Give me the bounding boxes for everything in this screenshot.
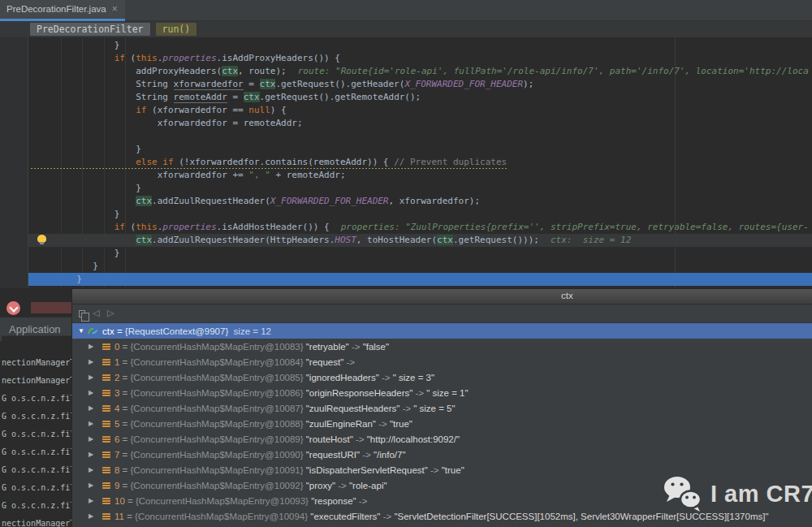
indent <box>39 248 114 258</box>
wechat-icon <box>662 475 704 512</box>
tab-predecorationfilter[interactable]: PreDecorationFilter.java × <box>0 0 125 21</box>
expander-icon[interactable]: ▶ <box>89 512 97 520</box>
entry-key: "zuulEngineRan" <box>306 419 376 429</box>
code-token: xforwardedfor += <box>158 170 249 180</box>
equals-sign: = <box>114 326 125 336</box>
code-line: if (this.properties.isAddHostHeader()) {… <box>28 221 812 234</box>
code-line: } <box>28 273 812 286</box>
equals-sign: = <box>119 404 130 413</box>
code-line: xforwardedfor = remoteAddr; <box>28 117 812 130</box>
arrow: -> <box>349 342 363 352</box>
code-token: , route); <box>238 66 287 76</box>
copy-value-icon[interactable] <box>79 310 85 317</box>
variable-row[interactable]: ▶7 = {ConcurrentHashMap$MapEntry@10090} … <box>72 447 812 462</box>
arrow: -> <box>376 419 390 429</box>
close-icon[interactable]: × <box>112 3 118 15</box>
entry-value: "true" <box>442 465 464 475</box>
code-line: if (this.properties.isAddProxyHeaders())… <box>28 52 812 65</box>
code-token: HOST <box>335 235 356 245</box>
popup-header[interactable]: ctx <box>72 289 812 305</box>
expander-icon[interactable]: ▶ <box>89 451 97 458</box>
variable-row-root[interactable]: ▼ctx = {RequestContext@9907} size = 12 <box>72 323 812 339</box>
highlighted-token: ctx <box>244 92 260 102</box>
map-entry-icon <box>102 359 110 365</box>
breadcrumb: PreDecorationFilter run() <box>0 21 812 37</box>
code-token: .addZuulRequestHeader( <box>152 196 270 206</box>
code-token: String <box>136 92 173 102</box>
code-token: ); <box>523 79 533 89</box>
watermark-text: I am CR7 <box>710 481 812 508</box>
entry-key: "routeHost" <box>306 434 353 444</box>
expander-icon[interactable]: ▶ <box>89 358 97 365</box>
expander-icon[interactable]: ▼ <box>78 327 86 335</box>
expander-icon[interactable]: ▶ <box>89 420 97 427</box>
expander-icon[interactable]: ▶ <box>89 343 97 350</box>
entry-key: "request" <box>306 357 344 367</box>
arrow: -> <box>400 404 413 413</box>
entry-ref: {ConcurrentHashMap$MapEntry@10086} <box>131 388 306 398</box>
arrow: -> <box>379 373 393 382</box>
variable-row[interactable]: ▶0 = {ConcurrentHashMap$MapEntry@10083} … <box>72 339 812 354</box>
entry-key: "proxy" <box>306 481 335 490</box>
code-token: remoteAddr <box>174 92 227 103</box>
expander-icon[interactable]: ▶ <box>89 497 97 504</box>
code-line: ctx.addZuulRequestHeader(HttpHeaders.HOS… <box>28 234 812 247</box>
code-token: + remoteAddr; <box>270 170 346 180</box>
forward-arrow-icon[interactable]: ▷ <box>107 308 114 318</box>
entry-ref: {ConcurrentHashMap$MapEntry@10094} <box>135 512 310 521</box>
arrow: -> <box>335 481 349 490</box>
code-token: } <box>136 183 141 193</box>
entry-value: "http://localhost:9092/" <box>367 434 460 444</box>
equals-sign: = <box>119 342 130 352</box>
code-token: } <box>93 261 98 271</box>
expander-icon[interactable]: ▶ <box>89 374 97 381</box>
indent <box>39 222 114 232</box>
map-entry-icon <box>102 405 110 412</box>
expander-icon[interactable]: ▶ <box>89 482 97 489</box>
variable-row[interactable]: ▶5 = {ConcurrentHashMap$MapEntry@10088} … <box>72 416 812 431</box>
variable-row[interactable]: ▶1 = {ConcurrentHashMap$MapEntry@10084} … <box>72 354 812 369</box>
code-token: , toHostHeader( <box>356 235 437 245</box>
rerun-badge-icon[interactable] <box>6 301 20 315</box>
lightbulb-icon[interactable] <box>37 235 46 243</box>
entry-key: "response" <box>311 496 356 506</box>
code-token: if <box>114 222 125 232</box>
code-line: String xforwardedfor = ctx.getRequest().… <box>28 78 812 91</box>
entry-value: "role-api" <box>349 481 387 490</box>
code-editor[interactable]: } if (this.properties.isAddProxyHeaders(… <box>0 37 812 288</box>
code-token: = <box>244 79 260 89</box>
code-token: ) { <box>270 105 287 115</box>
breadcrumb-class[interactable]: PreDecorationFilter <box>30 23 150 36</box>
inline-debug-value: route: "Route{id='role-api', fullPath='/… <box>298 66 809 76</box>
indent <box>39 170 158 180</box>
variable-row[interactable]: ▶6 = {ConcurrentHashMap$MapEntry@10089} … <box>72 431 812 447</box>
expander-icon[interactable]: ▶ <box>89 466 97 473</box>
indent <box>39 66 136 76</box>
expander-icon[interactable]: ▶ <box>89 404 97 412</box>
arrow: -> <box>380 512 394 521</box>
variable-row[interactable]: ▶2 = {ConcurrentHashMap$MapEntry@10085} … <box>72 369 812 385</box>
highlighted-token: ctx <box>437 235 453 245</box>
entry-key: "requestURI" <box>306 450 360 460</box>
code-token: , xforwardedfor); <box>389 196 481 206</box>
variable-row[interactable]: ▶4 = {ConcurrentHashMap$MapEntry@10087} … <box>72 400 812 416</box>
code-token: = <box>227 92 244 102</box>
code-lines: } if (this.properties.isAddProxyHeaders(… <box>28 39 812 286</box>
equals-sign: = <box>125 496 136 506</box>
map-entry-icon <box>102 467 110 473</box>
breadcrumb-method[interactable]: run() <box>156 23 197 36</box>
code-token: .getRequest())); <box>453 235 539 245</box>
code-token: .getRequest().getRemoteAddr(); <box>260 92 421 102</box>
expander-icon[interactable]: ▶ <box>89 435 97 443</box>
entry-ref: {ConcurrentHashMap$MapEntry@10093} <box>136 496 311 506</box>
expander-icon[interactable]: ▶ <box>89 389 97 396</box>
indent <box>39 79 136 89</box>
equals-sign: = <box>119 465 130 475</box>
highlighted-token: ctx <box>136 235 152 245</box>
back-arrow-icon[interactable]: ◁ <box>93 308 99 318</box>
code-token: .isAddHostHeader()) { <box>217 222 330 232</box>
watch-icon <box>88 326 98 335</box>
entry-index: 10 <box>114 496 125 506</box>
code-token: .addZuulRequestHeader(HttpHeaders. <box>152 235 335 245</box>
variable-row[interactable]: ▶3 = {ConcurrentHashMap$MapEntry@10086} … <box>72 385 812 400</box>
